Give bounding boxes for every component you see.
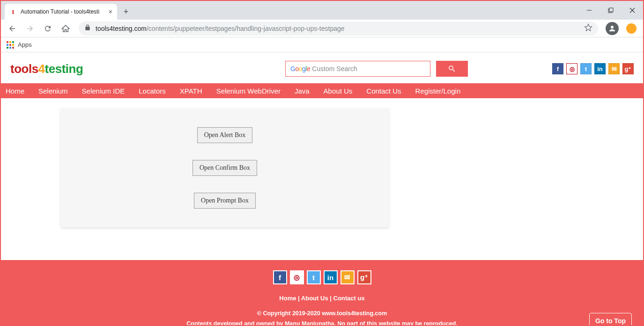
facebook-icon[interactable]: f bbox=[552, 63, 563, 74]
footer-googleplus-icon[interactable]: g⁺ bbox=[357, 270, 371, 284]
footer-link-about[interactable]: About Us bbox=[301, 295, 328, 302]
search-input[interactable]: Google Custom Search bbox=[285, 61, 430, 77]
footer-link-home[interactable]: Home bbox=[279, 295, 296, 302]
logo-part-1: tools bbox=[10, 62, 38, 76]
footer-twitter-icon[interactable]: t bbox=[307, 270, 321, 284]
footer-mail-icon[interactable]: ✉ bbox=[341, 270, 355, 284]
header-social-row: f ◎ t in ✉ g⁺ bbox=[552, 63, 634, 74]
main-content: Open Alert Box Open Confirm Box Open Pro… bbox=[1, 98, 643, 260]
site-logo[interactable]: tools4testing bbox=[10, 62, 83, 76]
demo-card: Open Alert Box Open Confirm Box Open Pro… bbox=[61, 109, 389, 227]
google-logo-text: Google bbox=[290, 65, 310, 72]
nav-selenium-webdriver[interactable]: Selenium WebDriver bbox=[216, 87, 281, 95]
address-bar[interactable]: tools4testing.com/contents/puppeteer/tes… bbox=[79, 22, 598, 36]
search-container: Google Custom Search bbox=[285, 61, 468, 77]
close-tab-icon[interactable]: × bbox=[109, 8, 112, 15]
main-nav: Home Selenium Selenium IDE Locators XPAT… bbox=[1, 83, 643, 98]
search-button[interactable] bbox=[436, 61, 468, 77]
bookmark-star-icon[interactable] bbox=[584, 23, 592, 34]
mail-icon[interactable]: ✉ bbox=[608, 63, 620, 74]
back-button[interactable] bbox=[5, 21, 20, 36]
nav-contact-us[interactable]: Contact Us bbox=[366, 87, 401, 95]
home-button[interactable] bbox=[58, 21, 73, 36]
new-tab-button[interactable]: + bbox=[119, 5, 133, 19]
window-controls bbox=[578, 1, 643, 20]
browser-tab[interactable]: t Automation Tutorial - tools4testi × bbox=[5, 4, 117, 20]
page-header: tools4testing Google Custom Search f ◎ t… bbox=[1, 52, 643, 83]
browser-toolbar: tools4testing.com/contents/puppeteer/tes… bbox=[1, 20, 643, 37]
page-footer: f ◎ t in ✉ g⁺ Home | About Us | Contact … bbox=[1, 260, 643, 325]
footer-links: Home | About Us | Contact us bbox=[1, 295, 643, 302]
pinterest-icon[interactable]: ◎ bbox=[566, 63, 577, 74]
nav-selenium[interactable]: Selenium bbox=[38, 87, 68, 95]
open-alert-button[interactable]: Open Alert Box bbox=[197, 127, 253, 143]
apps-grid-icon[interactable] bbox=[7, 41, 14, 49]
googleplus-icon[interactable]: g⁺ bbox=[622, 63, 634, 74]
nav-about-us[interactable]: About Us bbox=[324, 87, 353, 95]
disclaimer-text: Contents developed and owned by Manu Man… bbox=[1, 320, 643, 325]
lock-icon bbox=[84, 24, 91, 33]
minimize-button[interactable] bbox=[578, 1, 600, 20]
favicon-icon: t bbox=[9, 8, 17, 15]
nav-xpath[interactable]: XPATH bbox=[180, 87, 202, 95]
logo-part-2: 4 bbox=[38, 62, 45, 76]
page-viewport: tools4testing Google Custom Search f ◎ t… bbox=[1, 52, 643, 325]
apps-label[interactable]: Apps bbox=[18, 41, 32, 48]
twitter-icon[interactable]: t bbox=[580, 63, 592, 74]
tab-title: Automation Tutorial - tools4testi bbox=[21, 8, 105, 15]
logo-part-3: testing bbox=[45, 62, 83, 76]
extension-icon[interactable] bbox=[626, 23, 637, 34]
forward-button[interactable] bbox=[22, 21, 37, 36]
search-placeholder: Custom Search bbox=[312, 65, 357, 72]
footer-linkedin-icon[interactable]: in bbox=[324, 270, 338, 284]
reload-button[interactable] bbox=[40, 21, 55, 36]
svg-rect-2 bbox=[609, 8, 613, 12]
open-prompt-button[interactable]: Open Prompt Box bbox=[194, 193, 256, 209]
maximize-button[interactable] bbox=[600, 1, 622, 20]
svg-point-5 bbox=[611, 26, 614, 29]
close-window-button[interactable] bbox=[622, 1, 643, 20]
nav-home[interactable]: Home bbox=[6, 87, 24, 95]
nav-register-login[interactable]: Register/Login bbox=[415, 87, 461, 95]
nav-java[interactable]: Java bbox=[295, 87, 310, 95]
url-text: tools4testing.com/contents/puppeteer/tes… bbox=[96, 25, 345, 32]
footer-social-row: f ◎ t in ✉ g⁺ bbox=[1, 270, 643, 284]
footer-pinterest-icon[interactable]: ◎ bbox=[290, 270, 304, 284]
bookmarks-bar: Apps bbox=[1, 37, 643, 52]
open-confirm-button[interactable]: Open Confirm Box bbox=[192, 160, 257, 176]
linkedin-icon[interactable]: in bbox=[594, 63, 606, 74]
copyright-text: © Copyright 2019-2020 www.tools4testing.… bbox=[1, 310, 643, 317]
footer-facebook-icon[interactable]: f bbox=[273, 270, 287, 284]
nav-selenium-ide[interactable]: Selenium IDE bbox=[82, 87, 125, 95]
go-to-top-button[interactable]: Go to Top bbox=[589, 313, 632, 325]
footer-link-contact[interactable]: Contact us bbox=[333, 295, 365, 302]
nav-locators[interactable]: Locators bbox=[139, 87, 166, 95]
browser-tab-strip: t Automation Tutorial - tools4testi × + bbox=[1, 1, 643, 20]
profile-avatar-icon[interactable] bbox=[606, 22, 619, 35]
